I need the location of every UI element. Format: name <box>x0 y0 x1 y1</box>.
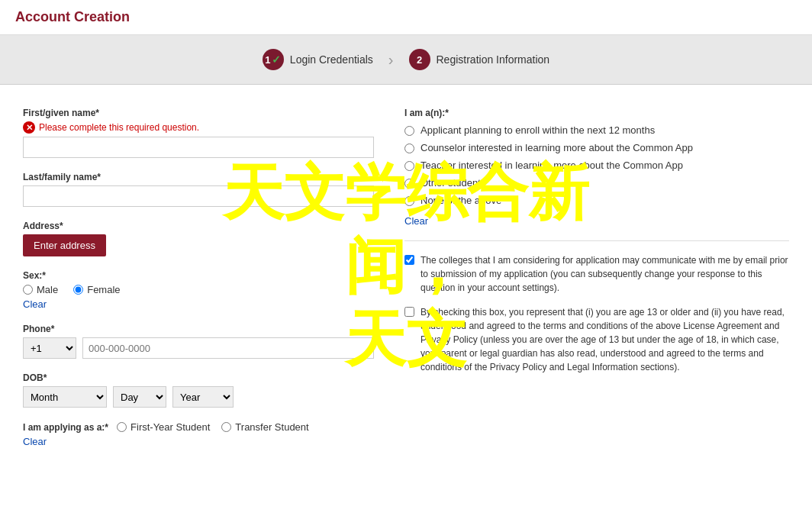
error-icon: ✕ <box>23 121 35 134</box>
iam-label-3: Teacher interested in learning more abou… <box>420 160 683 171</box>
sex-female-label: Female <box>87 284 120 295</box>
iam-radio-3[interactable] <box>404 161 414 171</box>
iam-label-5: None of the above <box>420 195 501 206</box>
page-header: Account Creation <box>0 0 812 35</box>
iam-label-4: Other student <box>420 177 481 189</box>
phone-inputs: +1 <box>23 337 374 359</box>
iam-label: I am a(n):* <box>404 108 789 118</box>
iam-label-1: Applicant planning to enroll within the … <box>420 124 655 136</box>
step-2-circle: 2 <box>409 49 430 70</box>
applying-as-group: I am applying as a:* First-Year Student … <box>23 421 374 447</box>
checkbox-group-2: By checking this box, you represent that… <box>404 305 789 374</box>
page-container: Account Creation 1✓ Login Credentials › … <box>0 0 812 532</box>
sex-female-radio[interactable] <box>73 285 83 295</box>
applying-as-label: I am applying as a:* <box>23 422 108 433</box>
first-name-label: First/given name* <box>23 108 374 118</box>
applying-clear-link[interactable]: Clear <box>23 436 47 447</box>
dob-month-select[interactable]: Month January February March April May J… <box>23 386 107 408</box>
last-name-input[interactable] <box>23 185 374 207</box>
iam-label-2: Counselor interested in learning more ab… <box>420 142 693 153</box>
step-arrow: › <box>388 51 394 69</box>
step-1[interactable]: 1✓ Login Credentials <box>263 49 373 70</box>
error-text: Please complete this required question. <box>39 122 199 133</box>
checkbox-2-text: By checking this box, you represent that… <box>420 305 789 374</box>
step-2-label: Registration Information <box>437 53 550 66</box>
form-body: First/given name* ✕ Please complete this… <box>0 92 812 476</box>
applying-as-options: I am applying as a:* First-Year Student … <box>23 421 374 433</box>
applying-first-year-option: First-Year Student <box>117 421 210 433</box>
dob-year-select[interactable]: Year <box>172 386 234 408</box>
last-name-group: Last/family name* <box>23 172 374 207</box>
iam-radio-2[interactable] <box>404 143 414 153</box>
left-column: First/given name* ✕ Please complete this… <box>23 108 374 461</box>
iam-option-5: None of the above <box>404 195 789 206</box>
step-1-checkmark: ✓ <box>272 53 281 66</box>
address-group: Address* Enter address <box>23 221 374 256</box>
step-1-label: Login Credentials <box>290 53 373 66</box>
sex-options: Male Female <box>23 284 374 295</box>
sex-male-label: Male <box>37 284 58 295</box>
section-divider <box>404 240 789 241</box>
terms-agree-checkbox[interactable] <box>404 307 414 317</box>
iam-option-2: Counselor interested in learning more ab… <box>404 142 789 153</box>
step-2[interactable]: 2 Registration Information <box>409 49 550 70</box>
iam-clear-link[interactable]: Clear <box>404 215 428 227</box>
checkbox-row-2: By checking this box, you represent that… <box>404 305 789 374</box>
sex-male-option: Male <box>23 284 58 295</box>
checkbox-row-1: The colleges that I am considering for a… <box>404 253 789 295</box>
iam-radio-1[interactable] <box>404 126 414 136</box>
checkbox-1-text: The colleges that I am considering for a… <box>420 253 789 295</box>
apply-first-year-label: First-Year Student <box>130 421 210 433</box>
dob-group: DOB* Month January February March April … <box>23 372 374 408</box>
page-title: Account Creation <box>15 9 797 25</box>
colleges-communicate-checkbox[interactable] <box>404 255 414 265</box>
sex-female-option: Female <box>73 284 120 295</box>
first-name-error: ✕ Please complete this required question… <box>23 121 374 134</box>
last-name-label: Last/family name* <box>23 172 374 182</box>
sex-group: Sex:* Male Female Clear <box>23 270 374 310</box>
first-name-group: First/given name* ✕ Please complete this… <box>23 108 374 158</box>
iam-group: I am a(n):* Applicant planning to enroll… <box>404 108 789 227</box>
step-1-circle: 1✓ <box>263 49 284 70</box>
enter-address-button[interactable]: Enter address <box>23 234 106 256</box>
sex-male-radio[interactable] <box>23 285 33 295</box>
phone-number-input[interactable] <box>82 337 374 359</box>
sex-clear-link[interactable]: Clear <box>23 298 47 310</box>
dob-day-select[interactable]: Day <box>113 386 166 408</box>
iam-option-3: Teacher interested in learning more abou… <box>404 160 789 171</box>
iam-option-4: Other student <box>404 177 789 189</box>
first-name-input[interactable] <box>23 137 374 158</box>
progress-bar: 1✓ Login Credentials › 2 Registration In… <box>0 35 812 85</box>
dob-label: DOB* <box>23 372 374 383</box>
dob-selects: Month January February March April May J… <box>23 386 374 408</box>
apply-first-year-radio[interactable] <box>117 422 127 432</box>
right-column: I am a(n):* Applicant planning to enroll… <box>404 108 789 461</box>
address-label: Address* <box>23 221 374 231</box>
apply-transfer-label: Transfer Student <box>235 421 308 433</box>
iam-radio-4[interactable] <box>404 179 414 189</box>
phone-group: Phone* +1 <box>23 324 374 359</box>
checkbox-group-1: The colleges that I am considering for a… <box>404 253 789 295</box>
sex-label: Sex:* <box>23 270 374 281</box>
phone-country-select[interactable]: +1 <box>23 337 76 359</box>
iam-radio-5[interactable] <box>404 196 414 206</box>
applying-transfer-option: Transfer Student <box>221 421 308 433</box>
phone-label: Phone* <box>23 324 374 334</box>
iam-option-1: Applicant planning to enroll within the … <box>404 124 789 136</box>
apply-transfer-radio[interactable] <box>221 422 231 432</box>
